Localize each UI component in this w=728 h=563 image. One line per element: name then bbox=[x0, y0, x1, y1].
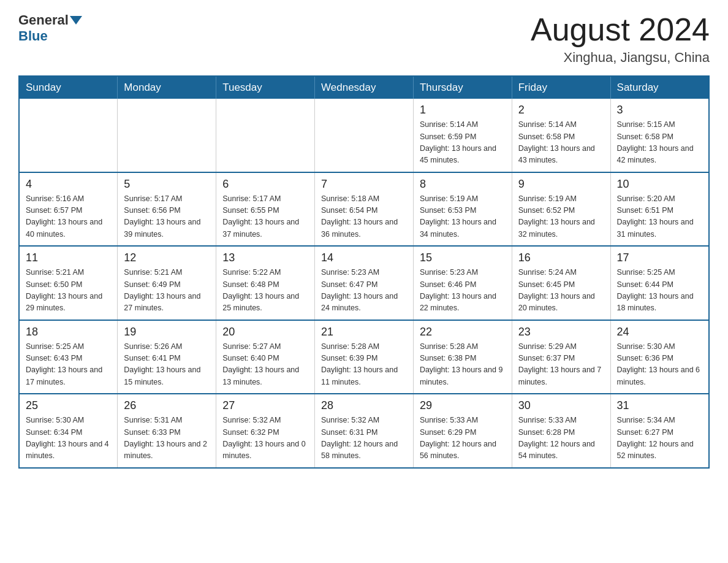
day-info: Sunrise: 5:30 AMSunset: 6:36 PMDaylight:… bbox=[617, 341, 702, 389]
month-title: August 2024 bbox=[531, 12, 710, 47]
day-number: 12 bbox=[124, 251, 210, 264]
calendar-cell: 5Sunrise: 5:17 AMSunset: 6:56 PMDaylight… bbox=[118, 172, 216, 247]
day-info: Sunrise: 5:28 AMSunset: 6:38 PMDaylight:… bbox=[420, 341, 506, 389]
day-info: Sunrise: 5:17 AMSunset: 6:55 PMDaylight:… bbox=[222, 193, 308, 241]
header-sunday: Sunday bbox=[19, 76, 118, 99]
day-info: Sunrise: 5:22 AMSunset: 6:48 PMDaylight:… bbox=[222, 267, 308, 315]
header-tuesday: Tuesday bbox=[216, 76, 315, 99]
calendar-cell: 13Sunrise: 5:22 AMSunset: 6:48 PMDayligh… bbox=[216, 246, 315, 320]
calendar-cell: 2Sunrise: 5:14 AMSunset: 6:58 PMDaylight… bbox=[512, 99, 610, 172]
week-row-5: 25Sunrise: 5:30 AMSunset: 6:34 PMDayligh… bbox=[19, 394, 709, 468]
day-info: Sunrise: 5:14 AMSunset: 6:58 PMDaylight:… bbox=[518, 119, 604, 167]
day-info: Sunrise: 5:19 AMSunset: 6:53 PMDaylight:… bbox=[420, 193, 506, 241]
logo: General Blue bbox=[18, 12, 83, 44]
header-saturday: Saturday bbox=[610, 76, 709, 99]
day-info: Sunrise: 5:16 AMSunset: 6:57 PMDaylight:… bbox=[26, 193, 111, 241]
day-number: 27 bbox=[222, 399, 308, 412]
calendar-cell: 21Sunrise: 5:28 AMSunset: 6:39 PMDayligh… bbox=[315, 320, 414, 394]
day-info: Sunrise: 5:24 AMSunset: 6:45 PMDaylight:… bbox=[518, 267, 604, 315]
header-thursday: Thursday bbox=[413, 76, 512, 99]
day-number: 5 bbox=[124, 178, 210, 191]
day-number: 4 bbox=[26, 178, 111, 191]
day-number: 20 bbox=[222, 326, 308, 339]
day-number: 9 bbox=[518, 178, 604, 191]
day-info: Sunrise: 5:23 AMSunset: 6:47 PMDaylight:… bbox=[321, 267, 407, 315]
calendar-cell: 29Sunrise: 5:33 AMSunset: 6:29 PMDayligh… bbox=[413, 394, 512, 468]
header-friday: Friday bbox=[512, 76, 610, 99]
calendar-cell: 12Sunrise: 5:21 AMSunset: 6:49 PMDayligh… bbox=[118, 246, 216, 320]
calendar-cell: 28Sunrise: 5:32 AMSunset: 6:31 PMDayligh… bbox=[315, 394, 414, 468]
day-info: Sunrise: 5:18 AMSunset: 6:54 PMDaylight:… bbox=[321, 193, 407, 241]
logo-arrow-icon bbox=[70, 16, 82, 25]
calendar-cell: 7Sunrise: 5:18 AMSunset: 6:54 PMDaylight… bbox=[315, 172, 414, 247]
day-number: 30 bbox=[518, 399, 604, 412]
day-info: Sunrise: 5:26 AMSunset: 6:41 PMDaylight:… bbox=[124, 341, 210, 389]
header-row: SundayMondayTuesdayWednesdayThursdayFrid… bbox=[19, 76, 709, 99]
day-info: Sunrise: 5:15 AMSunset: 6:58 PMDaylight:… bbox=[617, 119, 702, 167]
page-header: General Blue August 2024 Xinghua, Jiangs… bbox=[18, 12, 710, 66]
calendar-cell: 8Sunrise: 5:19 AMSunset: 6:53 PMDaylight… bbox=[413, 172, 512, 247]
day-info: Sunrise: 5:31 AMSunset: 6:33 PMDaylight:… bbox=[124, 415, 210, 462]
day-number: 16 bbox=[518, 251, 604, 264]
day-info: Sunrise: 5:33 AMSunset: 6:28 PMDaylight:… bbox=[518, 415, 604, 462]
day-info: Sunrise: 5:32 AMSunset: 6:31 PMDaylight:… bbox=[321, 415, 407, 462]
week-row-1: 1Sunrise: 5:14 AMSunset: 6:59 PMDaylight… bbox=[19, 99, 709, 172]
day-number: 26 bbox=[124, 399, 210, 412]
day-number: 11 bbox=[26, 251, 111, 264]
day-number: 15 bbox=[420, 251, 506, 264]
calendar-cell: 26Sunrise: 5:31 AMSunset: 6:33 PMDayligh… bbox=[118, 394, 216, 468]
calendar-cell: 10Sunrise: 5:20 AMSunset: 6:51 PMDayligh… bbox=[610, 172, 709, 247]
day-info: Sunrise: 5:33 AMSunset: 6:29 PMDaylight:… bbox=[420, 415, 506, 462]
day-info: Sunrise: 5:28 AMSunset: 6:39 PMDaylight:… bbox=[321, 341, 407, 389]
day-number: 6 bbox=[222, 178, 308, 191]
day-number: 17 bbox=[617, 251, 702, 264]
calendar-cell: 20Sunrise: 5:27 AMSunset: 6:40 PMDayligh… bbox=[216, 320, 315, 394]
day-info: Sunrise: 5:30 AMSunset: 6:34 PMDaylight:… bbox=[26, 415, 111, 462]
title-area: August 2024 Xinghua, Jiangsu, China bbox=[531, 12, 710, 66]
calendar-cell: 31Sunrise: 5:34 AMSunset: 6:27 PMDayligh… bbox=[610, 394, 709, 468]
calendar-header: SundayMondayTuesdayWednesdayThursdayFrid… bbox=[19, 76, 709, 99]
calendar-cell bbox=[216, 99, 315, 172]
day-number: 3 bbox=[617, 104, 702, 117]
calendar-cell: 23Sunrise: 5:29 AMSunset: 6:37 PMDayligh… bbox=[512, 320, 610, 394]
day-info: Sunrise: 5:34 AMSunset: 6:27 PMDaylight:… bbox=[617, 415, 702, 462]
day-info: Sunrise: 5:25 AMSunset: 6:44 PMDaylight:… bbox=[617, 267, 702, 315]
calendar-cell: 24Sunrise: 5:30 AMSunset: 6:36 PMDayligh… bbox=[610, 320, 709, 394]
day-number: 24 bbox=[617, 326, 702, 339]
calendar-cell: 25Sunrise: 5:30 AMSunset: 6:34 PMDayligh… bbox=[19, 394, 118, 468]
week-row-4: 18Sunrise: 5:25 AMSunset: 6:43 PMDayligh… bbox=[19, 320, 709, 394]
calendar-cell: 18Sunrise: 5:25 AMSunset: 6:43 PMDayligh… bbox=[19, 320, 118, 394]
calendar-cell: 1Sunrise: 5:14 AMSunset: 6:59 PMDaylight… bbox=[413, 99, 512, 172]
week-row-2: 4Sunrise: 5:16 AMSunset: 6:57 PMDaylight… bbox=[19, 172, 709, 247]
day-number: 28 bbox=[321, 399, 407, 412]
day-number: 19 bbox=[124, 326, 210, 339]
day-info: Sunrise: 5:32 AMSunset: 6:32 PMDaylight:… bbox=[222, 415, 308, 462]
calendar-cell: 4Sunrise: 5:16 AMSunset: 6:57 PMDaylight… bbox=[19, 172, 118, 247]
calendar-cell: 17Sunrise: 5:25 AMSunset: 6:44 PMDayligh… bbox=[610, 246, 709, 320]
day-number: 1 bbox=[420, 104, 506, 117]
day-number: 23 bbox=[518, 326, 604, 339]
header-monday: Monday bbox=[118, 76, 216, 99]
day-number: 29 bbox=[420, 399, 506, 412]
logo-general-text: General bbox=[18, 12, 69, 28]
day-number: 8 bbox=[420, 178, 506, 191]
day-info: Sunrise: 5:19 AMSunset: 6:52 PMDaylight:… bbox=[518, 193, 604, 241]
day-info: Sunrise: 5:21 AMSunset: 6:49 PMDaylight:… bbox=[124, 267, 210, 315]
calendar-cell: 30Sunrise: 5:33 AMSunset: 6:28 PMDayligh… bbox=[512, 394, 610, 468]
day-number: 13 bbox=[222, 251, 308, 264]
day-number: 7 bbox=[321, 178, 407, 191]
day-number: 14 bbox=[321, 251, 407, 264]
calendar-cell bbox=[315, 99, 414, 172]
header-wednesday: Wednesday bbox=[315, 76, 414, 99]
day-info: Sunrise: 5:14 AMSunset: 6:59 PMDaylight:… bbox=[420, 119, 506, 167]
day-number: 2 bbox=[518, 104, 604, 117]
location: Xinghua, Jiangsu, China bbox=[531, 50, 710, 66]
calendar-body: 1Sunrise: 5:14 AMSunset: 6:59 PMDaylight… bbox=[19, 99, 709, 468]
calendar-cell: 15Sunrise: 5:23 AMSunset: 6:46 PMDayligh… bbox=[413, 246, 512, 320]
calendar-cell: 6Sunrise: 5:17 AMSunset: 6:55 PMDaylight… bbox=[216, 172, 315, 247]
logo-blue-text: Blue bbox=[18, 28, 48, 44]
day-info: Sunrise: 5:29 AMSunset: 6:37 PMDaylight:… bbox=[518, 341, 604, 389]
calendar-cell: 14Sunrise: 5:23 AMSunset: 6:47 PMDayligh… bbox=[315, 246, 414, 320]
day-info: Sunrise: 5:27 AMSunset: 6:40 PMDaylight:… bbox=[222, 341, 308, 389]
day-number: 10 bbox=[617, 178, 702, 191]
